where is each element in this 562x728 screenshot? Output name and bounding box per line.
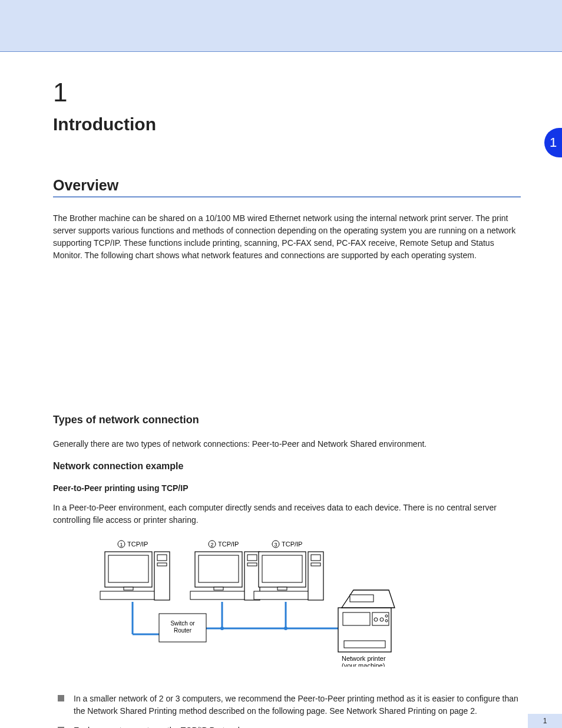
- switch-label-line2: Router: [174, 627, 192, 634]
- computer-3-icon: [254, 552, 323, 600]
- bullet-item-1: In a smaller network of 2 or 3 computers…: [58, 693, 521, 717]
- label-tcpip-2: TCP/IP: [218, 541, 239, 548]
- bullet-square-icon: [58, 695, 64, 701]
- svg-rect-31: [308, 552, 323, 600]
- section-divider: [53, 196, 521, 197]
- network-diagram: 1 2 3 TCP/IP TCP/IP TCP/IP: [82, 537, 401, 669]
- svg-rect-16: [100, 591, 159, 599]
- label-tcpip-1: TCP/IP: [127, 541, 148, 548]
- chapter-title: Introduction: [53, 113, 521, 136]
- svg-rect-14: [108, 555, 148, 582]
- switch-label-line1: Switch or: [170, 620, 195, 627]
- page-content: 1 Introduction Overview The Brother mach…: [0, 52, 562, 728]
- svg-text:2: 2: [210, 542, 213, 548]
- example-heading: Peer-to-Peer printing using TCP/IP: [53, 483, 521, 493]
- chapter-number: 1: [53, 78, 521, 107]
- example-paragraph: In a Peer-to-Peer environment, each comp…: [53, 502, 521, 526]
- example-title: Network connection example: [53, 461, 521, 472]
- svg-rect-28: [262, 555, 302, 582]
- top-band: [0, 0, 562, 52]
- svg-text:3: 3: [274, 542, 277, 548]
- svg-rect-29: [277, 587, 287, 590]
- svg-rect-30: [254, 591, 313, 599]
- bullet-list: In a smaller network of 2 or 3 computers…: [58, 693, 521, 729]
- subsection-title-types: Types of network connection: [53, 414, 521, 426]
- svg-rect-37: [343, 612, 370, 625]
- svg-rect-23: [190, 591, 249, 599]
- bullet-text-2: Each computer must use the TCP/IP Protoc…: [74, 724, 242, 729]
- printer-icon: [338, 590, 395, 652]
- svg-rect-22: [214, 587, 223, 590]
- types-paragraph: Generally there are two types of network…: [53, 438, 521, 450]
- svg-rect-15: [124, 587, 133, 590]
- svg-rect-36: [350, 595, 373, 602]
- svg-rect-17: [154, 552, 170, 600]
- svg-rect-38: [372, 612, 389, 625]
- printer-label2: (your machine): [342, 662, 385, 667]
- bullet-text-1: In a smaller network of 2 or 3 computers…: [74, 693, 521, 717]
- page-number-tab: 1: [528, 714, 562, 728]
- printer-label: Network printer: [342, 655, 386, 662]
- computer-2-icon: [190, 552, 260, 600]
- svg-rect-21: [199, 555, 239, 582]
- section-title-overview: Overview: [53, 177, 521, 194]
- label-tcpip-3: TCP/IP: [282, 541, 302, 548]
- diagram-svg: 1 2 3 TCP/IP TCP/IP TCP/IP: [82, 537, 401, 667]
- bullet-item-2: Each computer must use the TCP/IP Protoc…: [58, 724, 521, 729]
- svg-text:1: 1: [120, 542, 123, 548]
- svg-rect-35: [344, 641, 385, 648]
- svg-point-5: [220, 627, 224, 630]
- svg-point-6: [284, 627, 287, 630]
- overview-paragraph: The Brother machine can be shared on a 1…: [53, 212, 521, 262]
- computer-1-icon: [100, 552, 170, 600]
